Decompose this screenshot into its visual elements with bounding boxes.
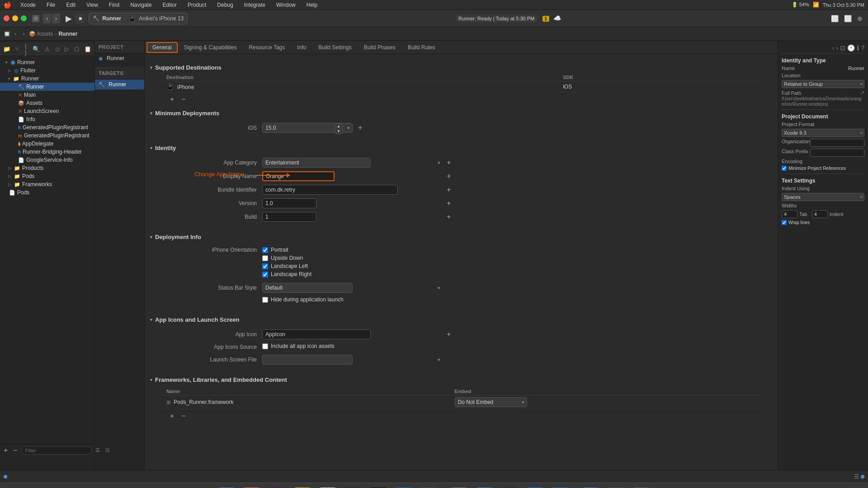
remove-destination-button[interactable]: − <box>179 95 187 103</box>
ios-stepper-up[interactable]: ▲ <box>335 124 342 129</box>
menu-xcode[interactable]: Xcode <box>19 2 38 8</box>
menu-view[interactable]: View <box>85 2 100 8</box>
sidebar-minus-button[interactable]: − <box>11 446 19 455</box>
menu-integrate[interactable]: Integrate <box>242 2 267 8</box>
menu-window[interactable]: Window <box>274 2 297 8</box>
runner-bc[interactable]: Runner <box>58 31 77 37</box>
find-nav-button[interactable]: 🔍 <box>30 45 42 53</box>
sidebar-item-flutter[interactable]: ▷ ◎ Flutter <box>0 66 94 75</box>
upside-down-checkbox[interactable] <box>262 255 268 261</box>
add-button[interactable]: ⊕ <box>855 14 864 23</box>
sidebar-item-googleservice[interactable]: 📄 GoogleService-Info <box>0 156 94 164</box>
rp-location-select[interactable]: Relative to Group Absolute Path <box>782 80 864 88</box>
apple-menu[interactable]: 🍎 <box>4 1 11 9</box>
app-icons-header[interactable]: ▾ App Icons and Launch Screen <box>145 314 778 326</box>
forward-button[interactable]: › <box>52 14 60 23</box>
app-icon-input[interactable] <box>262 329 371 339</box>
include-all-icons-checkbox[interactable] <box>262 343 268 349</box>
landscape-right-checkbox[interactable] <box>262 272 268 277</box>
version-input[interactable] <box>262 198 316 208</box>
file-nav-button[interactable]: 📁 <box>1 45 13 53</box>
sidebar-item-assets[interactable]: 📦 Assets <box>0 99 94 107</box>
menu-debug[interactable]: Debug <box>215 2 235 8</box>
sidebar-item-bridging[interactable]: h Runner-Bridging-Header <box>0 148 94 156</box>
next-nav-button[interactable]: › <box>20 29 27 38</box>
warning-badge[interactable]: 1 <box>542 16 550 22</box>
menu-help[interactable]: Help <box>305 2 320 8</box>
symbol-nav-button[interactable]: { } <box>22 42 30 57</box>
rp-info-button[interactable]: ℹ <box>857 44 859 52</box>
portrait-checkbox[interactable] <box>262 247 268 253</box>
cloud-icon[interactable]: ☁️ <box>553 14 561 22</box>
sidebar-item-runner-group[interactable]: ▾ 📁 Runner <box>0 75 94 83</box>
inspector-toggle-button[interactable]: ⬜ <box>842 14 854 23</box>
breakpoint-nav-button[interactable]: ⬡ <box>72 45 81 53</box>
filter-options-button[interactable]: ☰ <box>94 447 95 454</box>
sidebar-item-frameworks[interactable]: ▷ 📁 Frameworks <box>0 180 94 188</box>
add-display-name-button[interactable]: + <box>445 172 453 180</box>
rp-indent-input[interactable] <box>812 210 828 218</box>
run-button[interactable]: ▶ <box>66 14 72 23</box>
tab-build-rules[interactable]: Build Rules <box>402 42 441 52</box>
sidebar-item-generated2[interactable]: m GeneratedPluginRegistrant <box>0 131 94 140</box>
console-button[interactable]: ☰ <box>854 474 859 480</box>
build-input[interactable] <box>262 212 316 222</box>
issue-nav-button[interactable]: ⚠ <box>42 45 52 53</box>
minimize-checkbox[interactable] <box>782 166 787 171</box>
menu-file[interactable]: File <box>45 2 57 8</box>
tab-build-phases[interactable]: Build Phases <box>358 42 401 52</box>
rp-back-button[interactable]: ‹ <box>832 44 835 52</box>
add-version-button[interactable]: + <box>445 199 453 207</box>
supported-destinations-header[interactable]: ▾ Supported Destinations <box>145 61 778 74</box>
add-category-button[interactable]: + <box>445 159 453 167</box>
close-button[interactable] <box>4 15 9 21</box>
sidebar-item-main[interactable]: ✕ Main <box>0 91 94 99</box>
rp-quick-help-button[interactable]: ? <box>861 44 864 52</box>
maximize-button[interactable] <box>21 15 27 21</box>
sidebar-toggle[interactable]: ⊟ <box>32 15 39 22</box>
identity-header[interactable]: ▾ Identity <box>145 142 778 154</box>
menu-product[interactable]: Product <box>186 2 208 8</box>
rp-fullpath-reveal-button[interactable]: ↗ <box>860 90 864 96</box>
source-control-nav-button[interactable]: ⑂ <box>13 45 21 53</box>
deployment-info-header[interactable]: ▾ Deployment Info <box>145 231 778 243</box>
min-deployments-header[interactable]: ▾ Minimum Deployments <box>145 107 778 119</box>
test-nav-button[interactable]: ◇ <box>53 45 62 53</box>
add-bundle-id-button[interactable]: + <box>445 186 453 194</box>
stop-button[interactable]: ■ <box>75 14 85 23</box>
sidebar-item-runner-root[interactable]: ▾ ◉ Runner <box>0 58 94 66</box>
add-destination-button[interactable]: + <box>168 95 176 103</box>
launch-screen-select[interactable]: LaunchScreen <box>262 355 353 365</box>
view-toggle-button[interactable]: ⬜ <box>829 14 840 23</box>
filter-input[interactable] <box>21 446 92 455</box>
add-build-button[interactable]: + <box>445 213 453 221</box>
sidebar-item-runner-file[interactable]: 🔨 Runner <box>0 83 94 91</box>
rp-org-input[interactable] <box>810 139 864 147</box>
report-nav-button[interactable]: 📋 <box>82 45 94 53</box>
rp-indent-select[interactable]: Spaces Tabs <box>782 193 864 201</box>
sidebar-item-launchscreen[interactable]: ✕ LaunchScreen <box>0 107 94 115</box>
nav-project-runner[interactable]: ◉ Runner <box>95 53 144 63</box>
tab-signing[interactable]: Signing & Capabilities <box>178 42 243 52</box>
add-framework-button[interactable]: + <box>168 412 176 420</box>
ios-stepper-down[interactable]: ▼ <box>335 129 342 134</box>
embed-select[interactable]: Do Not Embed Embed & Sign Embed Without … <box>455 397 527 407</box>
tab-general[interactable]: General <box>146 42 178 53</box>
menu-find[interactable]: Find <box>107 2 121 8</box>
rp-clock-button[interactable]: 🕐 <box>847 44 855 52</box>
rp-tab-input[interactable] <box>782 210 797 218</box>
sidebar-item-pods-root[interactable]: 📄 Pods <box>0 188 94 197</box>
display-name-input[interactable] <box>262 171 335 181</box>
menu-editor[interactable]: Editor <box>161 2 179 8</box>
nav-target-runner[interactable]: 🔨 Runner <box>95 80 144 89</box>
rp-class-prefix-input[interactable] <box>810 149 864 157</box>
scheme-selector[interactable]: 🔨 Runner › 📱 Aniket's iPhone 13 <box>89 13 188 24</box>
sidebar-item-generated1[interactable]: h GeneratedPluginRegistrant <box>0 123 94 131</box>
rp-proj-format-select[interactable]: Xcode 9.3 Xcode 10.0 Xcode 11.0 <box>782 129 864 137</box>
debug-nav-button[interactable]: ▷ <box>62 45 71 53</box>
rp-bookmark-button[interactable]: ⊡ <box>840 44 845 52</box>
assets-bc[interactable]: 📦 Assets <box>29 31 53 37</box>
tab-build-settings[interactable]: Build Settings <box>312 42 357 52</box>
frameworks-header[interactable]: ▾ Frameworks, Libraries, and Embedded Co… <box>145 374 778 386</box>
tab-resource-tags[interactable]: Resource Tags <box>243 42 291 52</box>
